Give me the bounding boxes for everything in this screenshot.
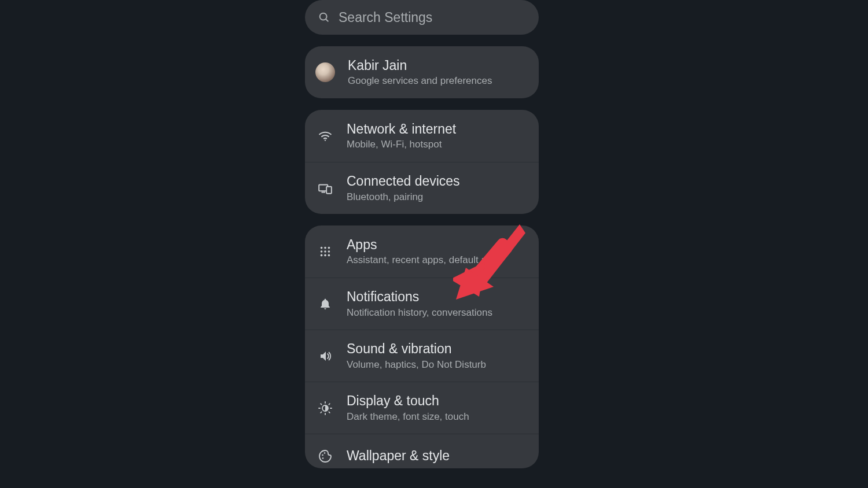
palette-icon xyxy=(317,448,334,465)
row-subtitle: Notification history, conversations xyxy=(347,306,492,319)
row-title: Network & internet xyxy=(347,121,456,138)
avatar xyxy=(315,62,335,82)
svg-point-18 xyxy=(322,457,324,459)
account-row[interactable]: Kabir Jain Google services and preferenc… xyxy=(305,46,539,98)
account-card: Kabir Jain Google services and preferenc… xyxy=(305,46,539,98)
row-subtitle: Mobile, Wi-Fi, hotspot xyxy=(347,138,456,151)
settings-row-network[interactable]: Network & internet Mobile, Wi-Fi, hotspo… xyxy=(305,110,539,162)
row-subtitle: Dark theme, font size, touch xyxy=(347,411,469,423)
svg-point-10 xyxy=(324,250,326,253)
svg-point-17 xyxy=(324,452,326,454)
svg-point-6 xyxy=(321,247,323,249)
svg-point-11 xyxy=(328,250,330,253)
svg-point-0 xyxy=(320,13,327,20)
svg-point-9 xyxy=(321,250,323,253)
search-icon xyxy=(318,11,330,24)
svg-point-2 xyxy=(325,139,326,141)
svg-line-1 xyxy=(326,19,328,21)
search-placeholder: Search Settings xyxy=(339,10,432,25)
settings-row-wallpaper[interactable]: Wallpaper & style xyxy=(305,434,539,468)
row-title: Wallpaper & style xyxy=(347,448,450,464)
row-subtitle: Volume, haptics, Do Not Disturb xyxy=(347,358,486,371)
account-subtitle: Google services and preferences xyxy=(348,75,492,87)
wifi-icon xyxy=(317,127,334,145)
display-icon xyxy=(317,400,334,417)
settings-screen: Search Settings Kabir Jain Google servic… xyxy=(305,0,539,488)
settings-group-device: Apps Assistant, recent apps, default app… xyxy=(305,225,539,468)
settings-row-sound[interactable]: Sound & vibration Volume, haptics, Do No… xyxy=(305,330,539,382)
row-title: Connected devices xyxy=(347,173,460,190)
svg-point-7 xyxy=(324,247,326,249)
settings-group-connectivity: Network & internet Mobile, Wi-Fi, hotspo… xyxy=(305,110,539,214)
sound-icon xyxy=(317,347,334,365)
notifications-icon xyxy=(317,295,334,313)
svg-rect-4 xyxy=(326,186,332,193)
settings-row-apps[interactable]: Apps Assistant, recent apps, default app… xyxy=(305,225,539,278)
svg-point-12 xyxy=(321,254,323,257)
row-subtitle: Assistant, recent apps, default apps xyxy=(347,254,502,267)
row-subtitle: Bluetooth, pairing xyxy=(347,191,460,204)
account-name: Kabir Jain xyxy=(348,57,492,74)
row-title: Sound & vibration xyxy=(347,341,486,357)
svg-point-8 xyxy=(328,247,330,249)
svg-point-13 xyxy=(324,254,326,257)
settings-row-display[interactable]: Display & touch Dark theme, font size, t… xyxy=(305,382,539,434)
svg-point-14 xyxy=(328,254,330,257)
svg-point-16 xyxy=(322,454,323,456)
apps-icon xyxy=(317,243,334,260)
row-title: Display & touch xyxy=(347,393,469,409)
search-settings-bar[interactable]: Search Settings xyxy=(305,0,539,35)
settings-row-notifications[interactable]: Notifications Notification history, conv… xyxy=(305,278,539,330)
devices-icon xyxy=(317,180,334,197)
row-title: Notifications xyxy=(347,289,492,305)
settings-row-connected-devices[interactable]: Connected devices Bluetooth, pairing xyxy=(305,162,539,214)
row-title: Apps xyxy=(347,236,502,253)
